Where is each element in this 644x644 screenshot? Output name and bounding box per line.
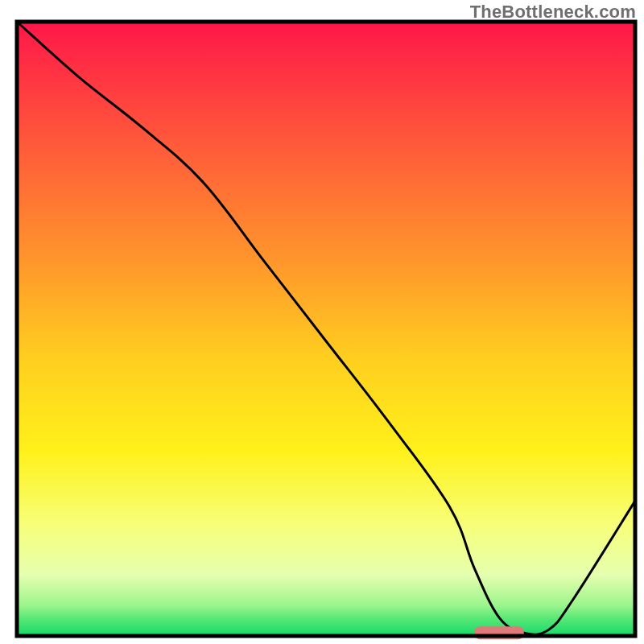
attribution-text: TheBottleneck.com <box>470 2 636 23</box>
bottleneck-chart <box>0 0 644 644</box>
chart-background <box>17 22 635 636</box>
